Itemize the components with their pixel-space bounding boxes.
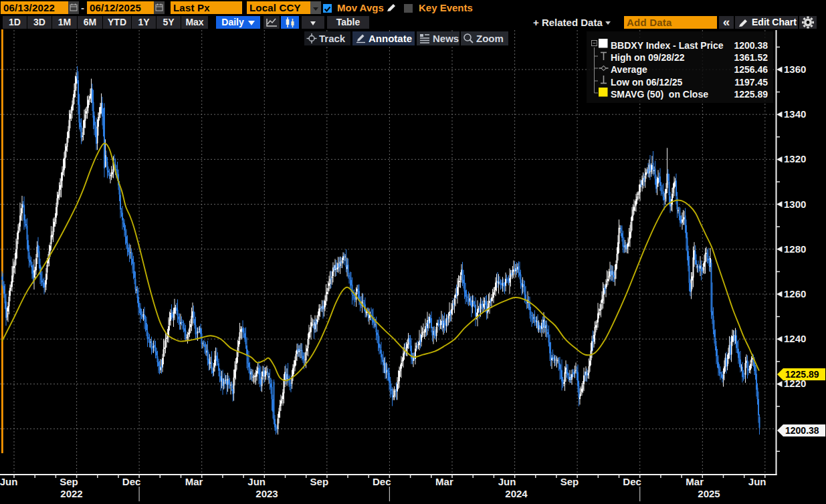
svg-text:1340: 1340	[784, 108, 806, 120]
svg-text:1280: 1280	[784, 243, 806, 255]
svg-text:Jun: Jun	[0, 476, 17, 487]
svg-text:1320: 1320	[784, 153, 806, 164]
svg-text:2022: 2022	[60, 488, 82, 499]
svg-text:Sep: Sep	[560, 476, 579, 487]
svg-text:Jun: Jun	[748, 476, 766, 487]
svg-text:1300: 1300	[784, 199, 806, 210]
svg-text:Sep: Sep	[60, 476, 78, 487]
svg-text:Dec: Dec	[373, 476, 391, 487]
svg-text:2025: 2025	[698, 488, 720, 499]
svg-text:2024: 2024	[505, 488, 528, 499]
svg-text:Mar: Mar	[686, 476, 704, 487]
svg-text:1240: 1240	[784, 333, 806, 344]
svg-text:Jun: Jun	[247, 476, 266, 487]
svg-text:Jun: Jun	[498, 476, 516, 487]
svg-text:Mar: Mar	[185, 476, 203, 487]
svg-text:2023: 2023	[255, 488, 278, 499]
svg-text:1360: 1360	[784, 64, 806, 75]
svg-text:1225.89: 1225.89	[785, 369, 819, 380]
svg-text:Dec: Dec	[122, 476, 141, 487]
svg-text:1200.38: 1200.38	[785, 425, 819, 436]
svg-text:Sep: Sep	[310, 476, 329, 487]
svg-text:1260: 1260	[784, 288, 806, 299]
svg-text:Mar: Mar	[435, 476, 453, 487]
svg-text:Dec: Dec	[623, 476, 641, 487]
